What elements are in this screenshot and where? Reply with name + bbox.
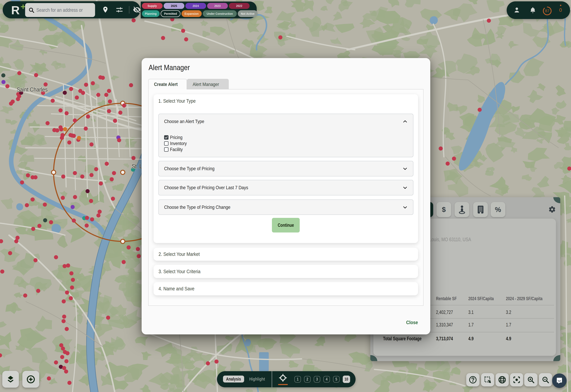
facility-dot[interactable] — [64, 370, 68, 374]
facility-dot[interactable] — [129, 83, 133, 87]
facility-dot[interactable] — [73, 171, 77, 175]
facility-dot[interactable] — [69, 87, 73, 91]
facility-dot[interactable] — [278, 35, 283, 40]
facility-dot[interactable] — [122, 104, 126, 108]
facility-dot[interactable] — [61, 319, 66, 323]
facility-dot[interactable] — [107, 89, 111, 93]
filter-pill-2023[interactable]: 2023 — [207, 3, 228, 9]
facility-dot[interactable] — [59, 127, 63, 131]
step-2-card[interactable]: 2. Select Your Market — [153, 248, 418, 261]
facility-dot[interactable] — [77, 136, 81, 140]
facility-dot[interactable] — [90, 173, 94, 177]
accordion-alert-type-header[interactable]: Choose an Alert Type — [159, 114, 413, 129]
accordion-header[interactable]: Choose the Type of Pricing Over Last 7 D… — [159, 180, 413, 195]
count-chip-active[interactable]: 10 — [343, 376, 350, 383]
facility-dot[interactable] — [96, 213, 101, 218]
facility-dot[interactable] — [136, 247, 140, 251]
panel-tab-rates[interactable]: % — [491, 202, 505, 217]
step-4-card[interactable]: 4. Name and Save — [153, 282, 418, 295]
facility-dot[interactable] — [63, 127, 67, 131]
facility-dot[interactable] — [117, 138, 121, 142]
facility-dot[interactable] — [67, 140, 71, 145]
facility-dot[interactable] — [71, 278, 75, 282]
facility-dot[interactable] — [69, 296, 73, 300]
step-3-card[interactable]: 3. Select Your Criteria — [153, 265, 418, 278]
radius-handle[interactable] — [121, 170, 125, 174]
facility-dot[interactable] — [132, 18, 136, 22]
accordion-header[interactable]: Choose the Type of Pricing Change — [159, 200, 413, 215]
filter-pill-supply[interactable]: Supply — [142, 3, 163, 9]
facility-dot[interactable] — [45, 121, 50, 125]
facility-dot[interactable] — [0, 270, 4, 274]
facility-dot[interactable] — [99, 182, 103, 186]
facility-dot[interactable] — [65, 111, 69, 115]
facility-dot[interactable] — [31, 227, 35, 231]
facility-dot[interactable] — [66, 264, 70, 268]
facility-dot[interactable] — [63, 264, 67, 268]
facility-dot[interactable] — [89, 199, 93, 203]
facility-dot[interactable] — [15, 236, 20, 240]
tab-alert-manager[interactable]: Alert Manager — [187, 79, 229, 89]
facility-dot[interactable] — [439, 147, 443, 151]
chat-button[interactable] — [552, 373, 567, 388]
facility-dot[interactable] — [90, 217, 94, 222]
facility-dot[interactable] — [80, 175, 84, 179]
facility-dot[interactable] — [132, 156, 135, 160]
facility-dot[interactable] — [73, 118, 77, 123]
facility-dot[interactable] — [181, 29, 185, 33]
option-pricing[interactable]: Pricing — [164, 135, 189, 140]
facility-dot[interactable] — [98, 210, 102, 214]
facility-dot[interactable] — [110, 177, 114, 181]
facility-dot[interactable] — [33, 175, 38, 179]
count-chip-2[interactable]: 2 — [304, 376, 311, 382]
add-circle-button[interactable] — [22, 371, 39, 388]
facility-dot[interactable] — [487, 19, 491, 23]
facility-dot[interactable] — [206, 361, 210, 365]
count-chip-5[interactable]: 5 — [333, 376, 340, 382]
count-chip-3[interactable]: 3 — [314, 376, 320, 382]
facility-dot[interactable] — [37, 224, 42, 228]
credits-ring[interactable]: 87 — [542, 6, 552, 16]
facility-dot[interactable] — [63, 91, 67, 95]
facility-dot[interactable] — [72, 219, 76, 223]
facility-dot[interactable] — [96, 93, 100, 97]
facility-dot[interactable] — [104, 93, 108, 97]
filter-pill-permitted[interactable]: Permitted — [161, 10, 180, 17]
facility-dot[interactable] — [73, 195, 77, 199]
facility-dot[interactable] — [33, 258, 38, 262]
globe-button[interactable] — [496, 373, 509, 386]
count-chip-1[interactable]: 1 — [294, 376, 301, 382]
filter-pill-2022[interactable]: 2022 — [229, 3, 250, 9]
layers-button[interactable] — [2, 371, 19, 388]
facility-dot[interactable] — [81, 91, 85, 95]
search-input[interactable] — [36, 7, 91, 13]
facility-dot[interactable] — [54, 255, 58, 259]
facility-dot[interactable] — [69, 271, 74, 275]
location-pin-icon[interactable] — [102, 6, 109, 13]
facility-dot[interactable] — [86, 189, 90, 193]
facility-dot[interactable] — [67, 381, 72, 385]
facility-dot[interactable] — [16, 97, 20, 101]
facility-dot[interactable] — [65, 351, 70, 355]
analysis-toggle[interactable]: Analysis — [223, 376, 244, 382]
zoom-in-button[interactable] — [524, 373, 538, 386]
facility-dot[interactable] — [85, 224, 89, 228]
facility-dot[interactable] — [75, 96, 79, 100]
facility-dot[interactable] — [43, 218, 47, 222]
facility-dot[interactable] — [44, 83, 48, 86]
facility-dot[interactable] — [31, 197, 35, 202]
notifications-bell-icon[interactable] — [529, 6, 537, 14]
facility-dot[interactable] — [54, 361, 58, 364]
filter-pill-not-active[interactable]: Not Active — [238, 10, 257, 17]
facility-dot[interactable] — [65, 327, 69, 331]
help-button[interactable] — [466, 373, 480, 386]
facility-dot[interactable] — [118, 111, 122, 115]
facility-dot[interactable] — [14, 239, 18, 243]
facility-dot[interactable] — [94, 167, 98, 171]
area-select-button[interactable] — [481, 373, 494, 386]
facility-dot[interactable] — [59, 108, 63, 112]
facility-dot[interactable] — [72, 134, 76, 138]
facility-dot[interactable] — [1, 73, 5, 78]
close-button[interactable]: Close — [406, 320, 420, 325]
filter-pill-under-construction[interactable]: Under Construction — [203, 10, 237, 17]
